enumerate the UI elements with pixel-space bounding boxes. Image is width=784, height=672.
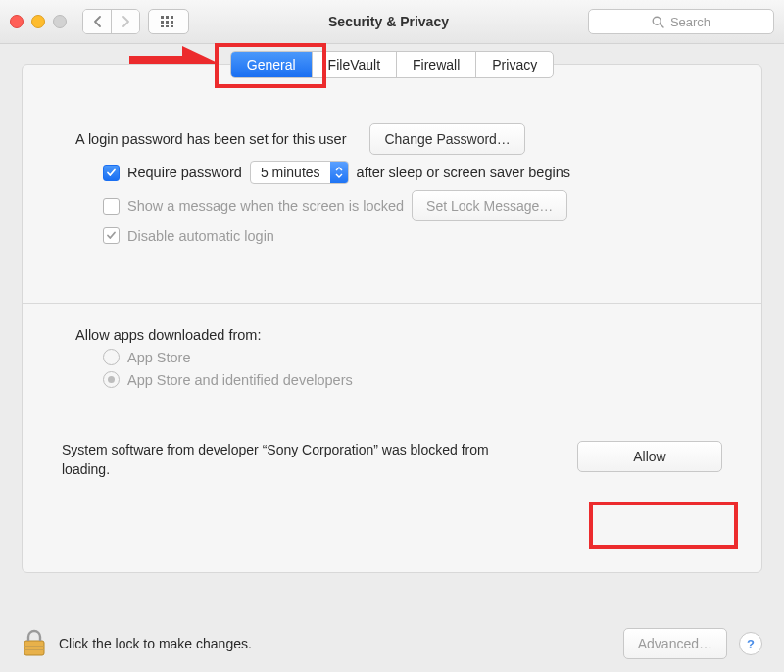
window-title: Security & Privacy <box>197 14 580 29</box>
tab-privacy[interactable]: Privacy <box>475 52 553 77</box>
separator <box>23 303 761 304</box>
show-all-prefs-button[interactable] <box>148 9 189 34</box>
minimize-window-icon[interactable] <box>31 15 45 28</box>
disable-auto-login-label: Disable automatic login <box>127 228 274 244</box>
search-icon <box>652 16 664 28</box>
require-password-delay-select[interactable]: 5 minutes <box>250 161 349 184</box>
svg-rect-1 <box>166 16 169 19</box>
require-password-checkbox[interactable] <box>103 165 120 181</box>
change-password-button[interactable]: Change Password… <box>369 123 524 155</box>
settings-panel: General FileVault Firewall Privacy A log… <box>22 64 762 573</box>
svg-rect-4 <box>166 21 169 24</box>
forward-button <box>111 10 139 33</box>
svg-rect-2 <box>171 16 173 19</box>
svg-rect-5 <box>171 21 173 24</box>
svg-rect-7 <box>166 25 169 27</box>
tab-firewall[interactable]: Firewall <box>396 52 475 77</box>
allow-apps-heading: Allow apps downloaded from: <box>75 327 261 343</box>
allow-button[interactable]: Allow <box>577 441 722 472</box>
show-lock-message-label: Show a message when the screen is locked <box>127 198 404 214</box>
blocked-software-message: System software from developer “Sony Cor… <box>62 441 513 479</box>
allow-apps-identified-radio <box>103 371 120 388</box>
svg-line-10 <box>660 24 663 27</box>
close-window-icon[interactable] <box>10 15 24 28</box>
lock-icon[interactable] <box>22 629 47 658</box>
tab-bar: General FileVault Firewall Privacy <box>230 51 554 78</box>
help-button[interactable]: ? <box>739 632 762 655</box>
zoom-window-icon <box>53 15 67 28</box>
svg-rect-13 <box>24 641 44 655</box>
advanced-button[interactable]: Advanced… <box>623 628 727 659</box>
tab-general[interactable]: General <box>231 52 312 77</box>
svg-rect-8 <box>171 25 173 27</box>
search-input[interactable]: Search <box>588 9 774 34</box>
allow-apps-app-store-radio <box>103 349 120 365</box>
svg-rect-3 <box>161 21 164 24</box>
nav-back-forward <box>82 9 140 34</box>
svg-rect-6 <box>161 25 164 27</box>
login-password-set-label: A login password has been set for this u… <box>75 131 346 147</box>
back-button[interactable] <box>83 10 111 33</box>
window-titlebar: Security & Privacy Search <box>0 0 784 44</box>
traffic-lights <box>10 15 67 28</box>
footer: Click the lock to make changes. Advanced… <box>22 628 762 659</box>
stepper-icon <box>330 162 348 183</box>
set-lock-message-button: Set Lock Message… <box>412 190 567 221</box>
svg-rect-0 <box>161 16 164 19</box>
annotation-highlight-allow <box>589 502 738 549</box>
disable-auto-login-checkbox <box>103 227 120 244</box>
allow-apps-identified-label: App Store and identified developers <box>127 372 353 388</box>
require-password-suffix: after sleep or screen saver begins <box>357 165 570 180</box>
lock-message: Click the lock to make changes. <box>59 636 612 651</box>
svg-rect-14 <box>24 646 44 647</box>
require-password-label: Require password <box>127 165 242 180</box>
show-lock-message-checkbox <box>103 198 120 215</box>
search-placeholder: Search <box>670 15 710 29</box>
grid-icon <box>161 16 176 27</box>
tab-filevault[interactable]: FileVault <box>312 52 396 77</box>
allow-apps-app-store-label: App Store <box>127 350 191 365</box>
svg-rect-15 <box>24 649 44 650</box>
